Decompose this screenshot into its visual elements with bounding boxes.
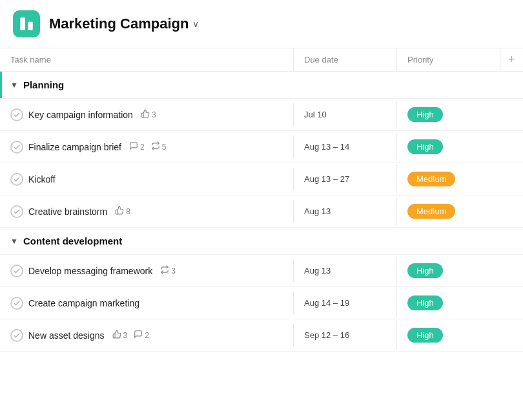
svg-rect-1	[28, 22, 33, 30]
task-name: Kickoff	[28, 174, 56, 185]
meta-count: 5	[162, 143, 167, 152]
table-row: Finalize campaign brief 2 5 Aug 13 – 14 …	[0, 131, 523, 163]
meta-icon	[129, 141, 138, 152]
due-date-cell: Jul 10	[293, 103, 396, 126]
task-meta: 8	[115, 206, 130, 217]
priority-cell: High	[396, 321, 500, 349]
task-name: Creative brainstorm	[28, 206, 107, 217]
task-name: Develop messaging framework	[28, 266, 152, 276]
page-header: Marketing Campaign ∨	[0, 0, 523, 48]
section-header-content-dev: ▼ Content development	[0, 228, 523, 255]
task-table: Task name Due date Priority + ▼ Planning…	[0, 48, 523, 352]
task-name-cell: Develop messaging framework 3	[0, 258, 293, 284]
meta-item: 3	[112, 330, 128, 341]
task-name: New asset designs	[28, 330, 105, 341]
meta-item: 3	[141, 109, 156, 120]
section-label: Planning	[23, 79, 64, 90]
meta-icon	[141, 109, 150, 120]
task-name: Key campaign information	[28, 110, 133, 120]
meta-icon	[115, 206, 124, 217]
task-meta: 2 5	[129, 141, 166, 152]
app-icon	[13, 10, 40, 37]
priority-cell: High	[396, 289, 500, 317]
task-complete-icon[interactable]	[10, 265, 23, 277]
priority-cell: High	[396, 101, 500, 128]
chevron-down-icon[interactable]: ∨	[192, 19, 199, 29]
table-row: Create campaign marketing Aug 14 – 19 Hi…	[0, 287, 523, 319]
priority-cell: High	[396, 257, 500, 285]
priority-cell: Medium	[396, 165, 500, 193]
meta-item: 2	[134, 330, 149, 341]
sections-container: ▼ Planning Key campaign information 3 Ju…	[0, 72, 523, 352]
task-meta: 3 2	[112, 330, 149, 341]
priority-badge: Medium	[407, 204, 455, 219]
meta-item: 3	[160, 265, 176, 276]
priority-badge: High	[407, 263, 443, 278]
task-name: Create campaign marketing	[28, 298, 139, 308]
col-priority: Priority	[396, 48, 500, 71]
add-column-button[interactable]: +	[500, 48, 523, 71]
priority-badge: High	[407, 328, 443, 343]
table-row: Key campaign information 3 Jul 10 High	[0, 99, 523, 131]
table-header: Task name Due date Priority +	[0, 48, 523, 72]
due-date-cell: Aug 13	[293, 259, 396, 282]
svg-rect-0	[20, 17, 25, 30]
priority-cell: High	[396, 133, 500, 161]
due-date-cell: Aug 13	[293, 200, 396, 223]
meta-icon	[160, 265, 169, 276]
task-complete-icon[interactable]	[10, 173, 23, 186]
task-name-cell: Key campaign information 3	[0, 102, 293, 128]
table-row: New asset designs 3 2 Sep 12 – 16 High	[0, 319, 523, 352]
col-due-date: Due date	[293, 48, 396, 71]
task-name-cell: Finalize campaign brief 2 5	[0, 134, 293, 160]
meta-icon	[134, 330, 143, 341]
priority-badge: High	[407, 295, 443, 310]
section-label: Content development	[23, 235, 122, 246]
meta-count: 2	[140, 143, 145, 152]
table-row: Creative brainstorm 8 Aug 13 Medium	[0, 195, 523, 228]
task-name-cell: Kickoff	[0, 166, 293, 192]
col-task-name: Task name	[0, 48, 293, 71]
section-header-planning: ▼ Planning	[0, 72, 523, 99]
meta-count: 3	[171, 266, 176, 275]
meta-item: 2	[129, 141, 145, 152]
meta-count: 8	[126, 207, 130, 216]
task-name-cell: New asset designs 3 2	[0, 323, 293, 348]
meta-count: 3	[123, 331, 128, 340]
task-meta: 3	[141, 109, 156, 120]
meta-count: 2	[145, 331, 149, 340]
task-complete-icon[interactable]	[10, 205, 23, 218]
task-complete-icon[interactable]	[10, 108, 23, 121]
meta-item: 5	[151, 141, 167, 152]
priority-badge: High	[407, 139, 443, 154]
table-row: Develop messaging framework 3 Aug 13 Hig…	[0, 255, 523, 287]
due-date-cell: Sep 12 – 16	[293, 324, 396, 346]
section-collapse-arrow[interactable]: ▼	[10, 81, 18, 90]
task-meta: 3	[160, 265, 176, 276]
priority-cell: Medium	[396, 197, 500, 225]
task-complete-icon[interactable]	[10, 329, 23, 342]
priority-badge: Medium	[407, 172, 455, 186]
title-area: Marketing Campaign ∨	[49, 15, 199, 32]
due-date-cell: Aug 14 – 19	[293, 292, 396, 314]
meta-item: 8	[115, 206, 130, 217]
table-row: Kickoff Aug 13 – 27 Medium	[0, 163, 523, 195]
page-title: Marketing Campaign	[49, 15, 189, 32]
task-name: Finalize campaign brief	[28, 142, 121, 152]
meta-icon	[112, 330, 121, 341]
priority-badge: High	[407, 107, 443, 122]
task-complete-icon[interactable]	[10, 297, 23, 310]
task-name-cell: Creative brainstorm 8	[0, 199, 293, 225]
due-date-cell: Aug 13 – 14	[293, 135, 396, 158]
meta-count: 3	[152, 110, 156, 119]
section-collapse-arrow[interactable]: ▼	[10, 237, 18, 246]
task-name-cell: Create campaign marketing	[0, 290, 293, 316]
task-complete-icon[interactable]	[10, 141, 23, 154]
meta-icon	[151, 141, 160, 152]
due-date-cell: Aug 13 – 27	[293, 168, 396, 190]
